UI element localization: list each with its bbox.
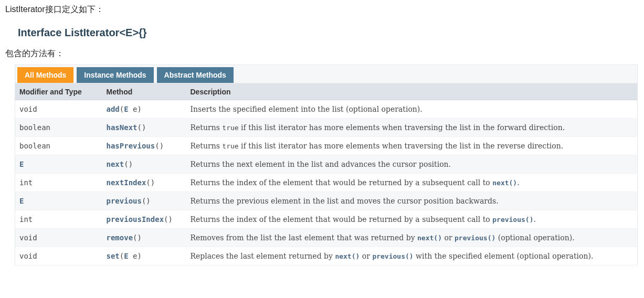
table-row: voidremove()Removes from the list the la… <box>15 229 638 247</box>
cell-description: Returns the previous element in the list… <box>186 192 638 210</box>
header-method: Method <box>102 84 186 100</box>
table-row: booleanhasPrevious()Returns true if this… <box>15 137 638 155</box>
table-row: intnextIndex()Returns the index of the e… <box>15 174 638 192</box>
cell-method[interactable]: set​(E e) <box>102 247 186 265</box>
interface-heading: Interface ListIterator<E>{} <box>18 27 639 39</box>
cell-modifier-type: void <box>15 100 102 119</box>
intro-text: ListIterator接口定义如下： <box>5 4 639 15</box>
table-row: voidadd​(E e)Inserts the specified eleme… <box>15 100 638 119</box>
cell-description: Removes from the list the last element t… <box>186 229 638 247</box>
cell-method[interactable]: previousIndex() <box>102 210 186 229</box>
cell-method[interactable]: nextIndex() <box>102 174 186 192</box>
cell-method[interactable]: previous() <box>102 192 186 210</box>
cell-modifier-type: int <box>15 210 102 229</box>
method-table: Modifier and Type Method Description voi… <box>15 83 638 265</box>
cell-description: Returns true if this list iterator has m… <box>186 137 638 155</box>
method-summary-table: All Methods Instance Methods Abstract Me… <box>15 65 638 265</box>
table-row: voidset​(E e)Replaces the last element r… <box>15 247 638 265</box>
cell-description: Returns true if this list iterator has m… <box>186 119 638 137</box>
cell-modifier-type: E <box>15 192 102 210</box>
cell-description: Replaces the last element returned by ne… <box>186 247 638 265</box>
cell-modifier-type: boolean <box>15 119 102 137</box>
cell-method[interactable]: remove() <box>102 229 186 247</box>
table-row: intpreviousIndex()Returns the index of t… <box>15 210 638 229</box>
cell-description: Returns the index of the element that wo… <box>186 174 638 192</box>
tab-instance-methods[interactable]: Instance Methods <box>77 67 153 83</box>
cell-method[interactable]: hasPrevious() <box>102 137 186 155</box>
cell-description: Inserts the specified element into the l… <box>186 100 638 119</box>
methods-label: 包含的方法有： <box>5 48 639 59</box>
table-row: Enext()Returns the next element in the l… <box>15 155 638 174</box>
cell-modifier-type: boolean <box>15 137 102 155</box>
tabs-row: All Methods Instance Methods Abstract Me… <box>15 65 638 83</box>
cell-method[interactable]: next() <box>102 155 186 174</box>
tab-all-methods[interactable]: All Methods <box>17 67 73 83</box>
header-modifier-type: Modifier and Type <box>15 84 102 100</box>
cell-modifier-type: void <box>15 229 102 247</box>
cell-modifier-type: int <box>15 174 102 192</box>
header-description: Description <box>186 84 638 100</box>
tab-abstract-methods[interactable]: Abstract Methods <box>157 67 234 83</box>
table-row: Eprevious()Returns the previous element … <box>15 192 638 210</box>
table-row: booleanhasNext()Returns true if this lis… <box>15 119 638 137</box>
cell-method[interactable]: add​(E e) <box>102 100 186 119</box>
cell-method[interactable]: hasNext() <box>102 119 186 137</box>
cell-description: Returns the next element in the list and… <box>186 155 638 174</box>
cell-modifier-type: E <box>15 155 102 174</box>
cell-modifier-type: void <box>15 247 102 265</box>
table-header-row: Modifier and Type Method Description <box>15 84 638 100</box>
cell-description: Returns the index of the element that wo… <box>186 210 638 229</box>
